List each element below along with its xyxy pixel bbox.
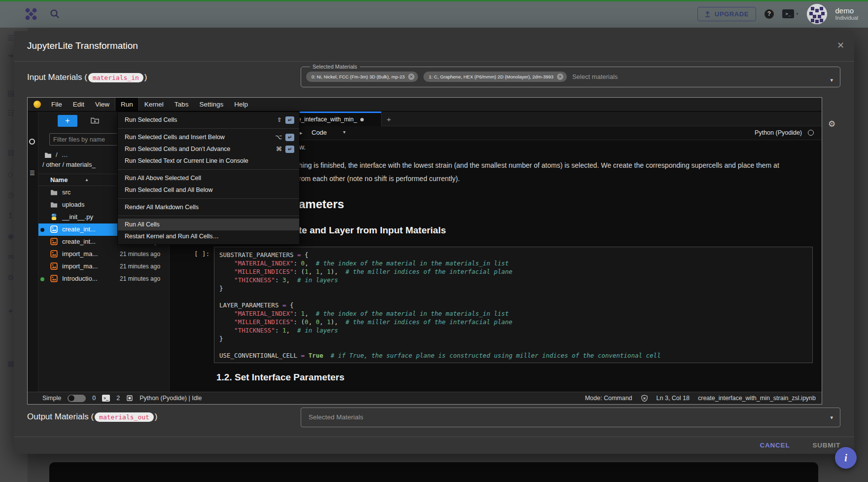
breadcrumb[interactable]: / … — [44, 151, 68, 158]
upload-icon — [705, 11, 710, 17]
run-menu-item-run-all-cells[interactable]: Run All Cells — [118, 219, 299, 230]
name-column-header[interactable]: Name — [50, 176, 68, 184]
add-tab-button[interactable]: + — [382, 111, 396, 126]
filter-files-input[interactable] — [50, 134, 128, 145]
sidebar-icon: ↥ — [7, 211, 14, 220]
folder-icon — [50, 188, 58, 196]
status-bar: Simple 0 >_ 2 Python (Pyodide) | Idle Mo… — [28, 392, 822, 404]
menu-item-label: Run Selected Cells and Don't Advance — [125, 146, 230, 152]
close-icon[interactable]: ✕ — [837, 40, 844, 51]
search-icon[interactable] — [49, 8, 60, 21]
avatar[interactable] — [807, 4, 827, 24]
cancel-button[interactable]: CANCEL — [760, 442, 790, 449]
simple-mode-toggle[interactable] — [68, 395, 86, 402]
terminal-status-icon[interactable]: >_ — [102, 395, 110, 402]
user-info[interactable]: demo Individual — [835, 6, 858, 21]
left-tab-strip: ☰ — [28, 111, 38, 393]
filter-files-box — [49, 133, 128, 146]
code-line: "MILLER_INDICES": (0, 0, 1), # the mille… — [219, 318, 807, 326]
cell-type-dropdown[interactable]: Code — [312, 129, 327, 136]
menu-item-label: Run Selected Cells and Insert Below — [125, 134, 225, 141]
menu-edit[interactable]: Edit — [68, 98, 90, 111]
code-line — [219, 343, 807, 351]
run-menu-item-run-selected-cells-and-don-t-advance[interactable]: Run Selected Cells and Don't Advance⌘↵ — [118, 143, 299, 155]
file-browser-tab-icon[interactable] — [29, 139, 35, 145]
settings-gear-icon[interactable]: ⚙ — [828, 119, 835, 129]
brand-logo-icon[interactable] — [24, 7, 38, 23]
output-materials-select[interactable]: Selected Materials ▾ — [301, 408, 840, 427]
input-materials-label-close: ) — [144, 73, 147, 82]
menu-divider — [118, 169, 299, 170]
run-menu-item-restart-kernel-and-run-all-cells[interactable]: Restart Kernel and Run All Cells… — [118, 230, 299, 242]
menu-item-label: Run All Cells — [125, 221, 160, 228]
app-top-bar: UPGRADE ? >_ ▾ — [0, 0, 868, 28]
run-menu-item-run-all-above-selected-cell[interactable]: Run All Above Selected Cell — [118, 172, 299, 184]
selected-materials-legend: Selected Materials — [310, 64, 360, 70]
menu-run[interactable]: Run — [115, 98, 139, 111]
notebook-icon — [50, 238, 58, 246]
menu-tabs[interactable]: Tabs — [169, 98, 194, 111]
file-row-import-ma[interactable]: import_ma...21 minutes ago — [38, 248, 169, 260]
run-icon[interactable]: ▸ — [300, 130, 303, 136]
breadcrumb-path[interactable]: / other / materials_ — [42, 161, 96, 168]
kernel-name[interactable]: Python (Pyodide) — [755, 129, 802, 136]
cursor-position[interactable]: Ln 3, Col 18 — [657, 395, 690, 402]
sidebar-icon: ➜ — [7, 51, 14, 60]
user-name: demo — [835, 6, 858, 15]
menu-file[interactable]: File — [46, 98, 68, 111]
code-line: "MATERIAL_INDEX": 0, # the index of the … — [219, 259, 807, 267]
new-launcher-button[interactable]: + — [58, 115, 77, 127]
jupyterlite-transformation-dialog: JupyterLite Transformation ✕ Input Mater… — [14, 31, 854, 454]
material-chip[interactable]: 1: C, Graphene, HEX (P6/mmm) 2D (Monolay… — [423, 72, 567, 82]
file-row-introductio[interactable]: Introductio...21 minutes ago — [38, 273, 169, 285]
submit-button[interactable]: SUBMIT — [812, 442, 840, 449]
menu-item-label: Render All Markdown Cells — [125, 204, 199, 211]
file-name: uploads — [62, 201, 85, 208]
dropdown-caret-icon[interactable]: ▾ — [830, 77, 833, 83]
menu-view[interactable]: View — [90, 98, 115, 111]
markdown-line: rom each other (note no shift is perform… — [299, 175, 460, 183]
trust-shield-icon[interactable] — [641, 395, 648, 402]
file-row-import-ma[interactable]: import_ma...21 minutes ago — [38, 260, 169, 273]
upgrade-button[interactable]: UPGRADE — [697, 7, 756, 21]
code-cell[interactable]: SUBSTRATE_PARAMETERS = { "MATERIAL_INDEX… — [214, 247, 813, 363]
selected-materials-field[interactable]: Selected Materials 0: Ni, Nickel, FCC (F… — [301, 64, 840, 87]
material-chip[interactable]: 0: Ni, Nickel, FCC (Fm-3m) 3D (Bulk), mp… — [306, 72, 418, 82]
run-menu-item-run-selected-cells[interactable]: Run Selected Cells⇧↵ — [118, 114, 299, 126]
kernel-status-icon[interactable] — [808, 130, 814, 136]
run-menu-item-render-all-markdown-cells[interactable]: Render All Markdown Cells — [118, 201, 299, 213]
toggle-knob — [69, 395, 74, 401]
file-modified: 21 minutes ago — [120, 251, 160, 258]
new-folder-icon[interactable] — [91, 117, 99, 126]
chip-remove-icon[interactable]: ✕ — [557, 74, 563, 80]
menu-settings[interactable]: Settings — [194, 98, 229, 111]
sidebar-icon: ⚙ — [7, 273, 14, 282]
active-filename[interactable]: create_interface_with_min_strain_zsl.ipy… — [698, 395, 816, 402]
file-name: create_int... — [62, 225, 96, 233]
breadcrumb-ellipsis[interactable]: … — [62, 151, 68, 158]
menu-help[interactable]: Help — [229, 98, 253, 111]
kernel-status-label[interactable]: Python (Pyodide) | Idle — [139, 395, 202, 402]
code-line: LAYER_PARAMETERS = { — [219, 301, 807, 309]
notebook-tab-title: ate_interface_with_min_ — [293, 116, 357, 123]
markdown-subheading-fragment: te and Layer from Input Materials — [299, 225, 446, 236]
output-materials-code-chip: materials_out — [95, 412, 154, 422]
file-name: create_int... — [62, 238, 96, 245]
kernel-sessions-icon[interactable] — [126, 395, 133, 402]
run-menu-item-run-selected-cells-and-insert-below[interactable]: Run Selected Cells and Insert Below⌥↵ — [118, 131, 299, 143]
run-menu-item-run-selected-cell-and-all-below[interactable]: Run Selected Cell and All Below — [118, 184, 299, 196]
info-fab-button[interactable]: i — [835, 447, 857, 469]
help-icon[interactable]: ? — [764, 9, 774, 19]
mode-indicator[interactable]: Mode: Command — [585, 395, 632, 402]
simple-mode-label: Simple — [42, 395, 61, 402]
cell-type-caret-icon[interactable]: ▾ — [343, 129, 346, 135]
chip-remove-icon[interactable]: ✕ — [408, 74, 415, 80]
console-menu[interactable]: >_ ▾ — [782, 9, 799, 18]
breadcrumb-root[interactable]: / — [56, 151, 58, 158]
running-sessions-icon[interactable]: ☰ — [30, 170, 35, 177]
menu-kernel[interactable]: Kernel — [139, 98, 169, 111]
menu-item-label: Run Selected Cells — [125, 116, 177, 123]
code-line: SUBSTRATE_PARAMETERS = { — [219, 251, 807, 259]
run-menu-item-run-selected-text-or-current-line-in-console[interactable]: Run Selected Text or Current Line in Con… — [118, 155, 299, 167]
code-line: "MILLER_INDICES": (1, 1, 1), # the mille… — [219, 267, 807, 276]
